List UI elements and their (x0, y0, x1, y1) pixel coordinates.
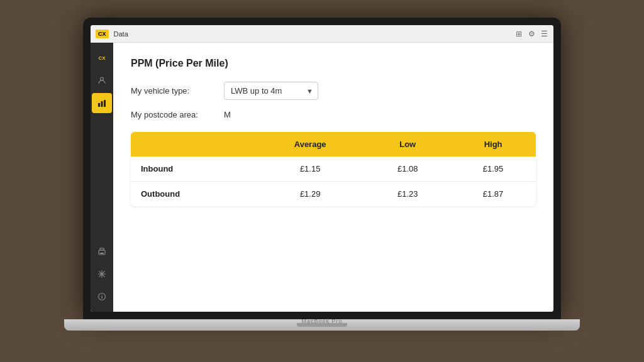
table-header-label (131, 132, 255, 156)
table-row: Outbound £1.29 £1.23 £1.87 (131, 182, 536, 207)
table-cell-high: £1.87 (450, 182, 536, 207)
table-row: Inbound £1.15 £1.08 £1.95 (131, 156, 536, 182)
svg-rect-6 (100, 253, 104, 254)
vehicle-type-select[interactable]: LWB up to 4m (224, 82, 318, 100)
print-icon (97, 247, 106, 256)
svg-rect-2 (101, 101, 103, 107)
sidebar: CX (91, 43, 113, 312)
sidebar-item-chart[interactable] (92, 93, 112, 113)
sidebar-item-print[interactable] (92, 241, 112, 261)
table-header-average: Average (255, 132, 365, 156)
info-icon (97, 292, 106, 301)
svg-rect-1 (98, 103, 100, 107)
table-cell-average: £1.29 (255, 182, 365, 207)
ppm-table: Average Low High Inbound £1.15 £1.08 £1.… (131, 132, 536, 206)
screen: CX Data ⊞ ⚙ ☰ CX (91, 25, 553, 312)
table-cell-low: £1.08 (365, 156, 450, 182)
postcode-label: My postcode area: (131, 110, 219, 119)
page-title: PPM (Price Per Mile) (131, 58, 536, 69)
chart-bar-icon (97, 99, 106, 107)
table-cell-label: Inbound (131, 156, 255, 182)
svg-rect-5 (100, 248, 104, 250)
svg-point-13 (101, 294, 103, 295)
postcode-row: My postcode area: M (131, 110, 536, 119)
vehicle-type-row: My vehicle type: LWB up to 4m ▼ (131, 82, 536, 100)
screen-bezel: CX Data ⊞ ⚙ ☰ CX (83, 18, 561, 319)
sidebar-item-person[interactable] (92, 70, 112, 90)
vehicle-type-label: My vehicle type: (131, 86, 219, 96)
app-body: CX (91, 43, 553, 312)
settings-icon[interactable]: ☰ (540, 30, 548, 38)
table-header-high: High (450, 132, 536, 156)
laptop-wrapper: CX Data ⊞ ⚙ ☰ CX (64, 18, 580, 344)
cx-logo-icon: CX (98, 55, 105, 61)
gear-icon[interactable]: ⚙ (527, 30, 536, 38)
sidebar-item-info[interactable] (92, 287, 112, 307)
table-cell-label: Outbound (131, 182, 255, 207)
table-cell-high: £1.95 (450, 156, 536, 182)
macbook-label: MacBook Pro (301, 318, 342, 324)
title-bar-text: Data (114, 30, 509, 38)
table-cell-low: £1.23 (365, 182, 450, 207)
svg-rect-3 (104, 100, 106, 107)
sidebar-item-cx[interactable]: CX (92, 48, 112, 68)
title-bar-icons: ⊞ ⚙ ☰ (514, 30, 548, 38)
sidebar-bottom (92, 241, 112, 307)
snowflake-icon (97, 270, 106, 278)
table-header-row: Average Low High (131, 132, 536, 156)
sidebar-item-snowflake[interactable] (92, 264, 112, 284)
svg-point-0 (101, 77, 104, 80)
title-bar: CX Data ⊞ ⚙ ☰ (91, 25, 553, 43)
vehicle-type-select-wrapper: LWB up to 4m ▼ (224, 82, 318, 100)
person-icon (97, 76, 106, 85)
grid-icon[interactable]: ⊞ (514, 30, 523, 38)
app-logo: CX (96, 30, 109, 38)
main-content: PPM (Price Per Mile) My vehicle type: LW… (113, 43, 553, 312)
table-cell-average: £1.15 (255, 156, 365, 182)
table-header-low: Low (365, 132, 450, 156)
postcode-value: M (224, 110, 231, 119)
